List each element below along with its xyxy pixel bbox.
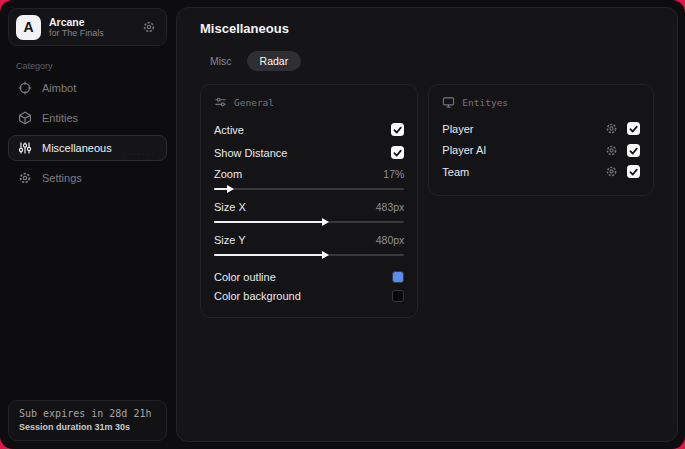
sidebar-item-label: Aimbot [42, 82, 76, 94]
sidebar-item-settings[interactable]: Settings [8, 165, 167, 191]
slider-label: Size X [214, 201, 246, 213]
category-label: Category [16, 61, 167, 71]
app-logo: A [16, 15, 41, 40]
monitor-icon [442, 96, 455, 109]
sliders-vertical-icon [18, 141, 32, 155]
crosshair-icon [18, 81, 32, 95]
app-subtitle: for The Finals [49, 28, 134, 38]
main-panel: Miscellaneous Misc Radar General Active [176, 7, 678, 442]
slider-thumb[interactable] [322, 251, 329, 259]
color-outline-swatch[interactable] [392, 271, 404, 283]
sidebar-item-entities[interactable]: Entities [8, 105, 167, 131]
sidebar-item-label: Miscellaneous [42, 142, 112, 154]
slider-fill [214, 221, 324, 223]
session-duration-text: Session duration 31m 30s [19, 422, 156, 432]
slider-value: 483px [376, 201, 405, 213]
page-title: Miscellaneous [200, 21, 654, 36]
slider-label: Zoom [214, 168, 242, 180]
cube-icon [18, 111, 32, 125]
sidebar-item-miscellaneous[interactable]: Miscellaneous ······· [8, 135, 167, 161]
general-card: General Active Show Distance Z [200, 84, 418, 318]
general-card-title: General [234, 97, 274, 108]
entity-label: Player AI [442, 144, 486, 156]
app-name: Arcane [49, 16, 134, 28]
entities-card-header: Entityes [442, 96, 640, 109]
slider-fill [214, 254, 324, 256]
entity-controls [605, 122, 640, 135]
gear-icon[interactable] [605, 144, 618, 157]
subscription-card: Sub expires in 28d 21h Session duration … [8, 400, 167, 441]
toggle-row-show-distance: Show Distance [214, 141, 404, 164]
app-window: A Arcane for The Finals Category Aimbot [0, 0, 685, 449]
zoom-slider[interactable] [214, 188, 404, 190]
slider-group-size-y: Size Y 480px [214, 234, 404, 256]
sub-expires-text: Sub expires in 28d 21h [19, 408, 156, 419]
entity-row-team: Team [442, 161, 640, 183]
entity-controls [605, 165, 640, 178]
tab-misc[interactable]: Misc [200, 51, 242, 71]
gear-icon[interactable] [605, 165, 618, 178]
toggle-label: Active [214, 124, 244, 136]
sidebar-item-aimbot[interactable]: Aimbot [8, 75, 167, 101]
entity-label: Team [442, 166, 469, 178]
tab-radar[interactable]: Radar [247, 51, 302, 71]
entities-card-title: Entityes [462, 97, 508, 108]
entity-row-player-ai: Player AI [442, 140, 640, 162]
slider-value: 17% [383, 168, 404, 180]
player-checkbox[interactable] [627, 122, 640, 135]
sidebar: A Arcane for The Finals Category Aimbot [0, 0, 175, 449]
entities-card: Entityes Player Player AI [428, 84, 654, 196]
color-label: Color outline [214, 271, 276, 283]
slider-group-zoom: Zoom 17% [214, 168, 404, 190]
active-checkbox[interactable] [391, 123, 404, 136]
gear-icon[interactable] [142, 20, 156, 34]
slider-labels: Size X 483px [214, 201, 404, 213]
slider-thumb[interactable] [322, 218, 329, 226]
sidebar-item-label: Entities [42, 112, 78, 124]
player-ai-checkbox[interactable] [627, 144, 640, 157]
sliders-horizontal-icon [214, 96, 227, 109]
general-card-header: General [214, 96, 404, 109]
color-row-background: Color background [214, 286, 404, 305]
size-x-slider[interactable] [214, 221, 404, 223]
gear-icon[interactable] [605, 122, 618, 135]
show-distance-checkbox[interactable] [391, 146, 404, 159]
slider-labels: Zoom 17% [214, 168, 404, 180]
app-header-card: A Arcane for The Finals [8, 8, 167, 46]
app-text: Arcane for The Finals [49, 16, 134, 38]
slider-labels: Size Y 480px [214, 234, 404, 246]
team-checkbox[interactable] [627, 165, 640, 178]
cards-row: General Active Show Distance Z [200, 84, 654, 318]
color-row-outline: Color outline [214, 267, 404, 286]
toggle-label: Show Distance [214, 147, 287, 159]
entity-label: Player [442, 123, 473, 135]
slider-thumb[interactable] [227, 185, 234, 193]
slider-value: 480px [376, 234, 405, 246]
slider-label: Size Y [214, 234, 246, 246]
entity-controls [605, 144, 640, 157]
toggle-row-active: Active [214, 118, 404, 141]
drag-dots-decoration: ······· [123, 150, 156, 159]
slider-group-size-x: Size X 483px [214, 201, 404, 223]
gear-icon [18, 171, 32, 185]
sidebar-nav: Aimbot Entities Miscellaneous ······· S [8, 75, 167, 191]
size-y-slider[interactable] [214, 254, 404, 256]
entity-row-player: Player [442, 118, 640, 140]
color-label: Color background [214, 290, 301, 302]
color-background-swatch[interactable] [392, 290, 404, 302]
tab-bar: Misc Radar [200, 51, 654, 71]
sidebar-item-label: Settings [42, 172, 82, 184]
